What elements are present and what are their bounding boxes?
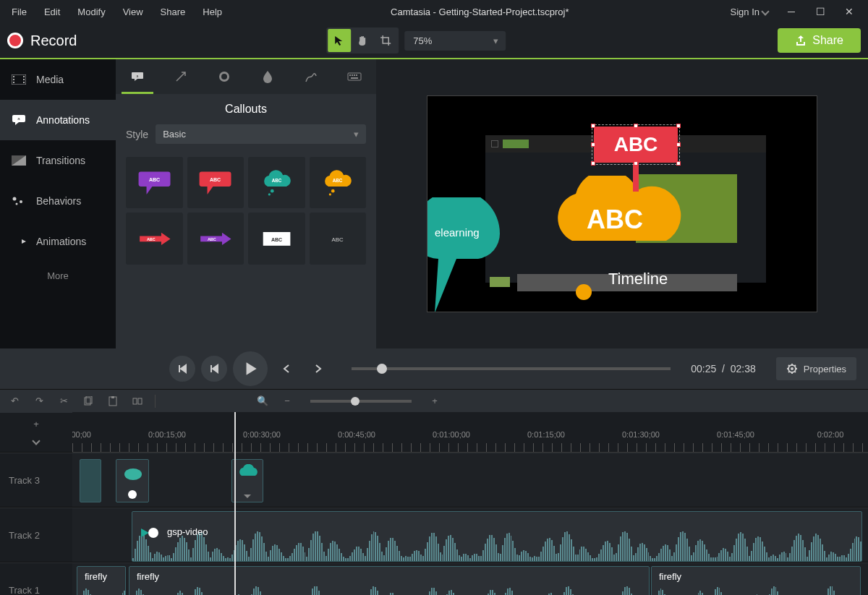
annotation-tab-shapes[interactable] bbox=[203, 59, 246, 94]
sidebar-more[interactable]: More bbox=[0, 262, 116, 290]
menu-file[interactable]: File bbox=[4, 4, 34, 20]
film-icon bbox=[12, 74, 26, 85]
canvas-red-sign[interactable]: ABC bbox=[594, 127, 678, 192]
track-header-2[interactable]: Track 2 bbox=[0, 508, 72, 562]
cut-button[interactable]: ✂ bbox=[56, 394, 71, 408]
zoom-slider-handle[interactable] bbox=[351, 397, 359, 406]
scrubber-handle[interactable] bbox=[377, 364, 387, 374]
menu-edit[interactable]: Edit bbox=[37, 4, 67, 20]
menu-share[interactable]: Share bbox=[153, 4, 193, 20]
next-frame-button[interactable] bbox=[201, 356, 227, 382]
annotation-tab-sketch[interactable] bbox=[289, 59, 333, 94]
record-button[interactable]: Record bbox=[7, 33, 77, 49]
clip-label: gsp-video bbox=[160, 526, 208, 537]
track-lane-2[interactable]: gsp-video bbox=[72, 508, 868, 562]
clip-firefly-3[interactable]: firefly bbox=[651, 566, 861, 595]
clip-firefly-2[interactable]: firefly bbox=[129, 566, 650, 595]
zoom-in-button[interactable]: + bbox=[427, 394, 442, 408]
style-label: Style bbox=[126, 129, 148, 140]
svg-point-37 bbox=[791, 367, 793, 370]
zoom-out-button[interactable]: − bbox=[280, 394, 294, 408]
playhead[interactable]: 0:00:25;21 bbox=[234, 412, 236, 595]
select-tool[interactable] bbox=[328, 29, 351, 52]
sidebar-item-behaviors[interactable]: Behaviors bbox=[0, 181, 116, 221]
properties-button[interactable]: Properties bbox=[776, 357, 856, 380]
window-close-button[interactable]: ✕ bbox=[835, 0, 864, 23]
share-button[interactable]: Share bbox=[778, 28, 861, 53]
callout-thumbnail[interactable]: ABC bbox=[187, 157, 244, 208]
sidebar-item-media[interactable]: Media bbox=[0, 59, 116, 100]
callout-thumbnail[interactable]: ABC bbox=[126, 157, 183, 208]
sidebar-item-annotations[interactable]: a Annotations bbox=[0, 100, 116, 140]
ruler-tick: 0:00:45;00 bbox=[357, 412, 394, 452]
sidebar-item-label: Annotations bbox=[36, 114, 90, 126]
track-header-1[interactable]: Track 1 bbox=[0, 562, 72, 595]
style-select[interactable]: Basic bbox=[156, 124, 366, 144]
clip-firefly-1[interactable]: firefly bbox=[77, 566, 126, 595]
callout-thumbnail[interactable]: ABC bbox=[126, 213, 183, 264]
annotation-tab-callouts[interactable]: a bbox=[116, 59, 159, 94]
copy-button[interactable] bbox=[81, 394, 95, 408]
redo-button[interactable]: ↷ bbox=[32, 394, 46, 408]
canvas-timeline-text: Timeline bbox=[608, 270, 668, 288]
svg-text:ABC: ABC bbox=[332, 236, 344, 242]
window-maximize-button[interactable]: ☐ bbox=[806, 0, 835, 23]
prev-marker-button[interactable] bbox=[273, 356, 299, 382]
next-marker-button[interactable] bbox=[305, 356, 331, 382]
timeline-zoom-slider[interactable] bbox=[310, 400, 412, 403]
total-time: 02:38 bbox=[731, 363, 756, 374]
track-lane-3[interactable] bbox=[72, 453, 868, 508]
clip-label: firefly bbox=[77, 571, 107, 582]
add-track-button[interactable]: + bbox=[29, 416, 43, 431]
paste-button[interactable] bbox=[106, 394, 120, 408]
clip[interactable] bbox=[116, 459, 149, 502]
callout-thumbnail[interactable]: ABC bbox=[310, 157, 367, 208]
timeline-ruler[interactable]: 0:00:00;000:00:15;000:00:30;000:00:45;00… bbox=[72, 412, 868, 453]
cloud-text: ABC bbox=[587, 205, 643, 235]
callout-icon: a bbox=[12, 114, 26, 126]
prev-frame-button[interactable] bbox=[169, 356, 195, 382]
clip[interactable] bbox=[231, 459, 263, 502]
playback-controls: 00:25 / 02:38 Properties bbox=[0, 348, 868, 389]
clip-gsp-video[interactable]: gsp-video bbox=[132, 511, 862, 562]
annotations-panel: a Callouts Style Basic ABCABCABCABCABCAB… bbox=[116, 59, 376, 348]
chevron-down-icon bbox=[761, 7, 769, 15]
pan-tool[interactable] bbox=[351, 29, 374, 52]
timeline-body[interactable]: 0:00:00;000:00:15;000:00:30;000:00:45;00… bbox=[72, 412, 868, 595]
svg-point-44 bbox=[124, 468, 142, 480]
canvas-zoom-select[interactable]: 75% bbox=[404, 31, 506, 51]
current-time: 00:25 bbox=[691, 363, 716, 374]
window-title: Camtasia - Getting-Started-Project.tscpr… bbox=[229, 7, 730, 17]
crop-tool[interactable] bbox=[374, 29, 397, 52]
annotation-tab-blur[interactable] bbox=[246, 59, 289, 94]
menu-help[interactable]: Help bbox=[195, 4, 229, 20]
playback-scrubber[interactable] bbox=[352, 367, 671, 370]
collapse-tracks-button[interactable] bbox=[29, 434, 43, 448]
svg-point-12 bbox=[16, 203, 18, 205]
sidebar-item-animations[interactable]: Animations bbox=[0, 221, 116, 262]
window-minimize-button[interactable]: ─ bbox=[777, 0, 806, 23]
annotation-tab-keystroke[interactable] bbox=[333, 59, 376, 94]
timeline: + Track 3 Track 2 Track 1 0:00:00;000:00… bbox=[0, 412, 868, 595]
clip-label: firefly bbox=[652, 571, 681, 582]
menu-view[interactable]: View bbox=[116, 4, 150, 20]
annotation-tab-arrows[interactable] bbox=[159, 59, 203, 94]
split-button[interactable] bbox=[130, 394, 145, 408]
track-header-3[interactable]: Track 3 bbox=[0, 453, 72, 508]
properties-label: Properties bbox=[804, 364, 846, 374]
canvas-preview[interactable]: elearning ABC ABC bbox=[427, 95, 817, 312]
sidebar-item-transitions[interactable]: Transitions bbox=[0, 140, 116, 181]
callout-thumbnail[interactable]: ABC bbox=[187, 213, 244, 264]
track-lane-1[interactable]: firefly firefly firefly bbox=[72, 562, 868, 595]
callout-thumbnail[interactable]: ABC bbox=[248, 213, 305, 264]
undo-button[interactable]: ↶ bbox=[7, 394, 22, 408]
menu-modify[interactable]: Modify bbox=[70, 4, 112, 20]
sign-in-button[interactable]: Sign In bbox=[731, 7, 768, 17]
clip[interactable] bbox=[80, 459, 101, 502]
animations-icon bbox=[12, 236, 26, 247]
play-button[interactable] bbox=[233, 351, 268, 386]
callout-thumbnail[interactable]: ABC bbox=[248, 157, 305, 208]
svg-rect-1 bbox=[13, 76, 14, 77]
canvas-orange-cloud: ABC bbox=[536, 176, 695, 284]
callout-thumbnail[interactable]: ABC bbox=[310, 213, 367, 264]
